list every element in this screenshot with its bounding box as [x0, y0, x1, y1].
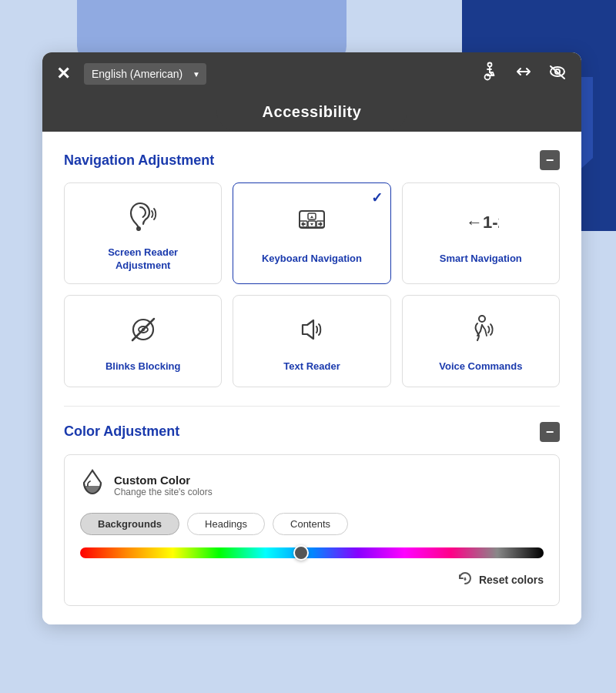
- reset-row: Reset colors: [80, 571, 544, 590]
- svg-text:←1-2→: ←1-2→: [466, 213, 499, 232]
- ear-icon: [125, 197, 162, 239]
- toolbar-left: ✕ English (American) English (British) S…: [56, 63, 206, 85]
- panel-title: Accessibility: [216, 95, 408, 132]
- language-selector-wrapper: English (American) English (British) Spa…: [70, 63, 206, 85]
- svg-point-16: [479, 316, 485, 322]
- color-tab-headings[interactable]: Headings: [187, 513, 265, 535]
- screen-reader-label: Screen ReaderAdjustment: [108, 246, 178, 273]
- keyboard-nav-checkmark: ✓: [371, 189, 383, 206]
- text-reader-label: Text Reader: [283, 360, 340, 373]
- custom-color-title: Custom Color: [114, 474, 213, 487]
- keyboard-nav-card[interactable]: ✓: [233, 182, 390, 284]
- color-tab-contents[interactable]: Contents: [273, 513, 348, 535]
- wheelchair-icon[interactable]: [480, 62, 500, 86]
- color-slider-track[interactable]: [80, 547, 544, 558]
- color-card: Custom Color Change the site's colors Ba…: [64, 454, 560, 606]
- section-divider: [64, 406, 560, 407]
- color-tab-backgrounds[interactable]: Backgrounds: [80, 513, 179, 535]
- reset-icon: [457, 571, 473, 590]
- custom-color-subtitle: Change the site's colors: [114, 487, 213, 497]
- accessibility-panel: ✕ English (American) English (British) S…: [42, 52, 581, 624]
- smart-nav-card[interactable]: ←1-2→ Smart Navigation: [402, 182, 560, 284]
- blinks-icon: [125, 311, 162, 353]
- blinks-label: Blinks Blocking: [105, 360, 181, 373]
- text-reader-card[interactable]: Text Reader: [233, 295, 390, 387]
- color-section-title: Color Adjustment: [64, 424, 179, 440]
- nav-card-grid: Screen ReaderAdjustment ✓: [64, 182, 560, 387]
- toolbar-right: [480, 62, 567, 86]
- speaker-icon: [293, 311, 330, 353]
- color-collapse-button[interactable]: −: [540, 422, 560, 442]
- panel-body: Navigation Adjustment − Scree: [42, 132, 581, 624]
- nav-section-title: Navigation Adjustment: [64, 152, 214, 169]
- smart-nav-icon: ←1-2→: [462, 203, 499, 245]
- color-slider-wrapper: [80, 547, 544, 558]
- svg-point-0: [488, 63, 492, 67]
- color-slider-thumb[interactable]: [293, 545, 309, 561]
- voice-commands-card[interactable]: Voice Commands: [402, 295, 560, 387]
- language-select[interactable]: English (American) English (British) Spa…: [84, 63, 206, 85]
- nav-section-header: Navigation Adjustment −: [64, 150, 560, 170]
- voice-commands-label: Voice Commands: [439, 360, 522, 373]
- voice-icon: [462, 311, 499, 353]
- keyboard-icon: [293, 203, 330, 245]
- close-button[interactable]: ✕: [56, 65, 70, 82]
- custom-color-row: Custom Color Change the site's colors: [80, 469, 544, 502]
- ink-drop-icon: [80, 469, 105, 502]
- eye-slash-icon[interactable]: [547, 63, 567, 85]
- reset-colors-label[interactable]: Reset colors: [479, 574, 544, 586]
- smart-nav-label: Smart Navigation: [440, 253, 522, 266]
- color-section-header: Color Adjustment −: [64, 422, 560, 442]
- arrows-icon[interactable]: [514, 64, 534, 84]
- keyboard-nav-label: Keyboard Navigation: [262, 253, 362, 266]
- screen-reader-card[interactable]: Screen ReaderAdjustment: [64, 182, 222, 284]
- toolbar: ✕ English (American) English (British) S…: [42, 52, 581, 95]
- color-tabs: Backgrounds Headings Contents: [80, 513, 544, 535]
- blinks-blocking-card[interactable]: Blinks Blocking: [64, 295, 222, 387]
- custom-color-text: Custom Color Change the site's colors: [114, 474, 213, 497]
- nav-collapse-button[interactable]: −: [540, 150, 560, 170]
- panel-title-bar: Accessibility: [42, 95, 581, 132]
